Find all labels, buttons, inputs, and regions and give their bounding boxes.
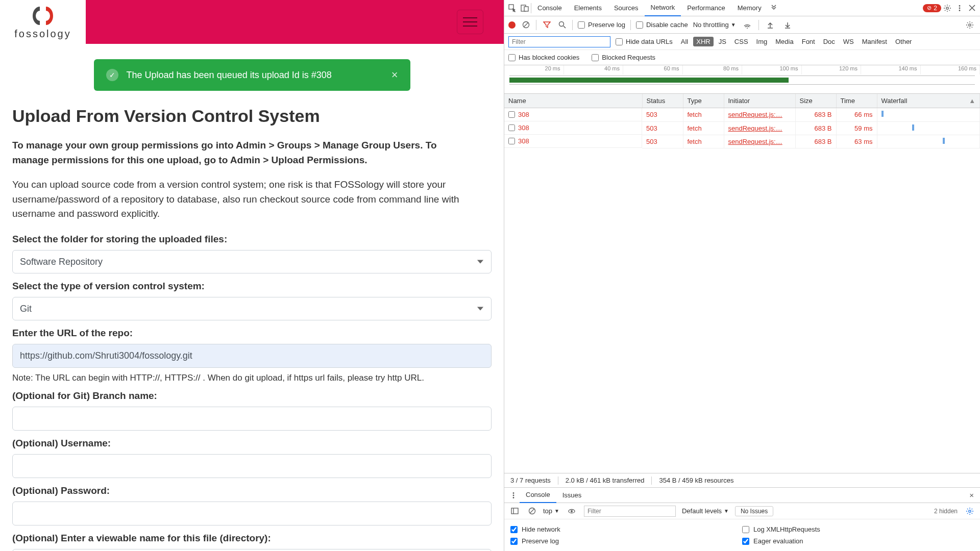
password-label: (Optional) Password: [12, 485, 492, 496]
logo-icon [32, 5, 54, 27]
devtools-panel: ConsoleElementsSourcesNetworkPerformance… [504, 0, 980, 551]
branch-input[interactable] [12, 407, 492, 431]
search-icon[interactable] [557, 20, 567, 30]
close-drawer-icon[interactable]: × [966, 491, 977, 499]
viewname-input[interactable] [12, 549, 492, 552]
req-initiator[interactable]: sendRequest.js:… [728, 138, 782, 145]
console-sidebar-icon[interactable] [508, 505, 521, 517]
req-time: 63 ms [836, 135, 877, 148]
log-levels-select[interactable]: Default levels ▼ [682, 507, 729, 515]
row-check[interactable] [508, 138, 515, 144]
row-check[interactable] [508, 124, 515, 131]
tab-memory[interactable]: Memory [731, 0, 768, 16]
type-filter-doc[interactable]: Doc [820, 37, 838, 46]
console-filter-input[interactable] [584, 506, 676, 517]
tab-console[interactable]: Console [531, 0, 568, 16]
drawer-tab-console[interactable]: Console [520, 488, 556, 503]
column-time[interactable]: Time [836, 94, 877, 108]
type-filter-manifest[interactable]: Manifest [859, 37, 890, 46]
hide-data-urls-check[interactable]: Hide data URLs [616, 38, 673, 45]
column-status[interactable]: Status [642, 94, 683, 108]
filter-input[interactable] [508, 36, 610, 47]
column-type[interactable]: Type [683, 94, 724, 108]
svg-point-16 [513, 494, 514, 496]
timeline-overview[interactable]: 20 ms40 ms60 ms80 ms100 ms120 ms140 ms16… [504, 65, 980, 94]
settings-icon[interactable] [941, 2, 953, 14]
close-devtools-icon[interactable] [966, 2, 978, 14]
live-expr-icon[interactable] [566, 505, 578, 517]
column-initiator[interactable]: Initiator [724, 94, 795, 108]
eager-eval-check[interactable]: Eager evaluation [742, 535, 974, 547]
more-tabs-icon[interactable] [768, 2, 780, 14]
svg-point-6 [959, 10, 961, 11]
devtools-tabstrip: ConsoleElementsSourcesNetworkPerformance… [504, 0, 980, 16]
type-filter-media[interactable]: Media [772, 37, 796, 46]
folder-select[interactable]: Software Repository [12, 250, 492, 273]
column-waterfall[interactable]: Waterfall▲ [877, 94, 980, 108]
req-initiator[interactable]: sendRequest.js:… [728, 124, 782, 132]
network-settings-icon[interactable] [964, 19, 976, 31]
clear-icon[interactable] [521, 20, 531, 30]
request-row[interactable]: 308503fetchsendRequest.js:…683 B66 ms [504, 108, 980, 122]
url-input[interactable] [12, 344, 492, 368]
username-label: (Optional) Username: [12, 438, 492, 449]
disable-cache-check[interactable]: Disable cache [636, 21, 688, 29]
device-toggle-icon[interactable] [519, 2, 531, 14]
drawer-tabstrip: ConsoleIssues × [504, 488, 980, 503]
req-type: fetch [683, 135, 724, 148]
type-filter-css[interactable]: CSS [731, 37, 751, 46]
hidden-count: 2 hidden [934, 508, 958, 515]
type-filter-ws[interactable]: WS [840, 37, 857, 46]
username-input[interactable] [12, 454, 492, 478]
close-icon[interactable]: × [391, 68, 398, 82]
error-count-badge[interactable]: 2 [923, 4, 941, 12]
svg-rect-18 [511, 508, 518, 514]
type-filter-xhr[interactable]: XHR [693, 37, 713, 46]
tab-sources[interactable]: Sources [608, 0, 645, 16]
drawer-tab-issues[interactable]: Issues [556, 488, 588, 503]
svg-point-23 [571, 510, 573, 512]
type-filter-all[interactable]: All [678, 37, 691, 46]
password-input[interactable] [12, 502, 492, 525]
tab-performance[interactable]: Performance [681, 0, 731, 16]
hamburger-icon[interactable] [457, 10, 483, 34]
console-settings-icon[interactable] [964, 505, 976, 517]
blocked-cookies-check[interactable]: Has blocked cookies [508, 54, 579, 61]
req-type: fetch [683, 121, 724, 135]
type-filter-img[interactable]: Img [753, 37, 771, 46]
request-row[interactable]: 308503fetchsendRequest.js:…683 B59 ms [504, 121, 980, 135]
blocked-requests-check[interactable]: Blocked Requests [592, 54, 655, 61]
type-filter-font[interactable]: Font [799, 37, 818, 46]
tab-elements[interactable]: Elements [568, 0, 608, 16]
export-har-icon[interactable] [781, 19, 794, 31]
req-initiator[interactable]: sendRequest.js:… [728, 111, 782, 118]
type-filter-js[interactable]: JS [716, 37, 729, 46]
kebab-icon[interactable] [953, 2, 966, 14]
hide-network-check[interactable]: Hide network [510, 523, 742, 535]
no-issues-pill[interactable]: No Issues [735, 506, 773, 516]
console-clear-icon[interactable] [527, 506, 537, 516]
drawer-kebab-icon[interactable] [507, 489, 520, 502]
branch-label: (Optional for Git) Branch name: [12, 390, 492, 402]
tab-network[interactable]: Network [645, 0, 681, 16]
log-xhr-check[interactable]: Log XMLHttpRequests [742, 523, 974, 535]
column-name[interactable]: Name [504, 94, 642, 108]
filter-icon[interactable] [542, 20, 552, 30]
drawer-preserve-log-check[interactable]: Preserve log [510, 535, 742, 547]
alert-message: The Upload has been queued its upload Id… [127, 70, 332, 81]
import-har-icon[interactable] [764, 19, 776, 31]
network-conditions-icon[interactable] [741, 19, 753, 31]
svg-point-9 [559, 22, 564, 27]
context-select[interactable]: top ▼ [543, 507, 559, 515]
req-size: 683 B [795, 121, 836, 135]
row-check[interactable] [508, 111, 515, 118]
column-size[interactable]: Size [795, 94, 836, 108]
request-row[interactable]: 308503fetchsendRequest.js:…683 B63 ms [504, 135, 980, 148]
type-filter-other[interactable]: Other [892, 37, 915, 46]
vcs-select[interactable]: Git [12, 297, 492, 320]
preserve-log-check[interactable]: Preserve log [578, 21, 625, 29]
throttling-select[interactable]: No throttling ▼ [693, 21, 736, 29]
record-icon[interactable] [508, 21, 516, 29]
fossology-logo[interactable]: fossology [14, 5, 71, 40]
inspect-icon[interactable] [506, 2, 519, 14]
